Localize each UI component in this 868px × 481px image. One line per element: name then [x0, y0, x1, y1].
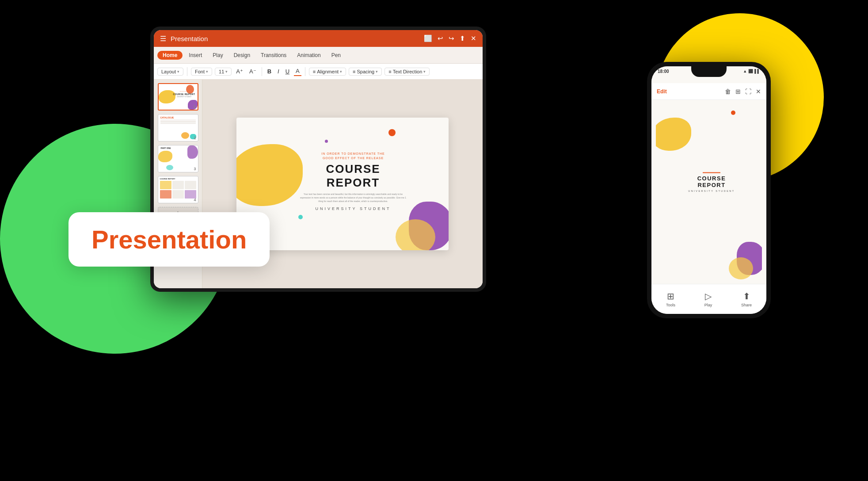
thumb1-subtitle: UNIVERSITY STUDENT	[173, 96, 196, 98]
phone-blob-yellow2	[729, 257, 753, 279]
phone-tools-item[interactable]: ⊞ Tools	[666, 291, 675, 307]
phone-device: 18:00 ▲ ⬛ ▌▌ Edit 🗑 ⊞ ⛶ ✕	[647, 62, 771, 318]
phone-tools-icon: ⊞	[667, 291, 674, 302]
phone-delete-icon[interactable]: 🗑	[725, 88, 731, 95]
phone-toolbar-icons: 🗑 ⊞ ⛶ ✕	[725, 88, 761, 95]
slide-thumb-1[interactable]: ———— COURSE REPORT UNIVERSITY STUDENT 1	[158, 83, 198, 111]
font-chevron: ▾	[206, 69, 208, 74]
thumb2-title: CATALOGUE	[160, 116, 196, 119]
spacing-button[interactable]: ≡ Spacing ▾	[349, 68, 382, 76]
slide-subtitle-top: IN ORDER TO DEMONSTRATE THE GOOD EFFECT …	[300, 152, 406, 160]
thumb1-title: COURSE REPORT	[173, 93, 196, 95]
phone-share-item[interactable]: ⬆ Share	[741, 291, 752, 307]
thumb2-lines	[160, 120, 196, 124]
thumb1-orange-text: ————	[173, 90, 196, 92]
tab-design[interactable]: Design	[229, 51, 255, 60]
bold-button[interactable]: B	[266, 67, 273, 76]
phone-content: COURSE REPORT UNIVERSITY STUDENT	[651, 100, 766, 284]
window-icon[interactable]: ⬜	[424, 34, 432, 42]
layout-label: Layout	[161, 69, 176, 74]
separator-1	[187, 67, 187, 76]
alignment-icon: ≡	[313, 69, 316, 74]
layout-button[interactable]: Layout ▾	[157, 68, 183, 76]
font-button[interactable]: Font ▾	[191, 68, 212, 76]
layout-chevron: ▾	[177, 69, 179, 74]
tablet-titlebar: ☰ Presentation ⬜ ↩ ↪ ⬆ ✕	[154, 30, 483, 47]
phone-toolbar: Edit 🗑 ⊞ ⛶ ✕	[651, 83, 766, 100]
thumb3-blob-purple	[187, 145, 198, 159]
battery-icon: ▌▌	[754, 69, 760, 73]
shrink-icon[interactable]: A⁻	[247, 67, 258, 76]
phone-share-label: Share	[741, 303, 752, 307]
phone-fullscreen-icon[interactable]: ⛶	[745, 88, 751, 95]
undo-icon[interactable]: ↩	[438, 34, 443, 42]
phone-screen: 18:00 ▲ ⬛ ▌▌ Edit 🗑 ⊞ ⛶ ✕	[651, 66, 766, 314]
spacing-icon: ≡	[353, 69, 355, 74]
slide-thumb-4[interactable]: COURSE REPORT 4	[158, 176, 198, 203]
slide-text-area[interactable]: IN ORDER TO DEMONSTRATE THE GOOD EFFECT …	[300, 152, 406, 211]
font-label: Font	[195, 69, 205, 74]
phone-play-label: Play	[704, 303, 712, 307]
format-bar: Layout ▾ Font ▾ 11 ▾ A⁺ A⁻ B I U A ≡ Ali…	[154, 64, 483, 80]
alignment-button[interactable]: ≡ Alignment ▾	[309, 68, 346, 76]
phone-bottom-bar: ⊞ Tools ▷ Play ⬆ Share	[651, 284, 766, 314]
font-size-value: 11	[219, 69, 224, 74]
phone-orange-line	[703, 172, 720, 173]
redo-icon[interactable]: ↪	[449, 34, 454, 42]
tab-pen[interactable]: Pen	[327, 51, 345, 60]
grow-icon[interactable]: A⁺	[234, 67, 245, 76]
font-color-button[interactable]: A	[294, 67, 301, 76]
tab-bar: Home Insert Play Design Transitions Anim…	[154, 47, 483, 64]
slide-dot-teal	[298, 215, 303, 219]
separator-2	[262, 67, 262, 76]
presentation-label-text: Presentation	[91, 225, 247, 254]
spacing-label: Spacing	[357, 69, 374, 74]
phone-grid-icon[interactable]: ⊞	[735, 88, 741, 95]
slide-blob-yellow2	[396, 219, 435, 250]
phone-dot-orange	[731, 111, 735, 115]
phone-play-item[interactable]: ▷ Play	[704, 291, 712, 307]
text-direction-icon: ≡	[388, 69, 391, 74]
phone-edit-button[interactable]: Edit	[657, 88, 667, 95]
thumb3-blob-teal	[166, 165, 173, 170]
slide-thumb-2[interactable]: CATALOGUE 2	[158, 114, 198, 141]
tab-home[interactable]: Home	[157, 51, 183, 60]
phone-tools-label: Tools	[666, 303, 675, 307]
phone-notch	[691, 66, 727, 77]
slide-thumb-3[interactable]: PART ONE 3	[158, 145, 198, 172]
phone-status-icons: ▲ ⬛ ▌▌	[743, 69, 760, 73]
tablet-title: Presentation	[171, 35, 424, 42]
tab-transitions[interactable]: Transitions	[256, 51, 291, 60]
menu-icon[interactable]: ☰	[160, 34, 166, 43]
alignment-chevron: ▾	[340, 69, 342, 74]
slide-num-1: 1	[193, 104, 195, 109]
phone-time: 18:00	[658, 69, 669, 74]
phone-play-icon: ▷	[705, 291, 712, 302]
slide-body-text: Your text has been concise and beautiful…	[300, 192, 406, 202]
signal-icon: ▲	[743, 69, 747, 73]
slide-dot-orange	[388, 129, 396, 136]
thumb3-title: PART ONE	[161, 147, 171, 149]
share-icon[interactable]: ⬆	[460, 34, 465, 42]
text-direction-chevron: ▾	[423, 69, 426, 74]
tab-play[interactable]: Play	[208, 51, 227, 60]
font-size-button[interactable]: 11 ▾	[215, 68, 232, 76]
phone-status-bar: 18:00 ▲ ⬛ ▌▌	[651, 66, 766, 83]
text-direction-button[interactable]: ≡ Text Direction ▾	[385, 68, 430, 76]
titlebar-icons: ⬜ ↩ ↪ ⬆ ✕	[424, 34, 476, 42]
slide-num-2: 2	[194, 136, 196, 140]
slide-blob-yellow	[236, 144, 303, 206]
tab-animation[interactable]: Animation	[293, 51, 325, 60]
italic-button[interactable]: I	[276, 67, 281, 76]
close-icon[interactable]: ✕	[471, 34, 476, 42]
phone-slide-title: COURSE REPORT	[685, 175, 738, 188]
slide-dot-purple	[325, 140, 328, 143]
phone-share-icon: ⬆	[743, 291, 750, 302]
underline-button[interactable]: U	[284, 67, 291, 76]
thumb4-grid	[160, 181, 196, 199]
wifi-icon: ⬛	[748, 69, 753, 73]
thumb3-blob-yellow	[158, 151, 172, 162]
text-direction-label: Text Direction	[393, 69, 423, 74]
tab-insert[interactable]: Insert	[184, 51, 206, 60]
phone-close-icon[interactable]: ✕	[756, 88, 761, 95]
